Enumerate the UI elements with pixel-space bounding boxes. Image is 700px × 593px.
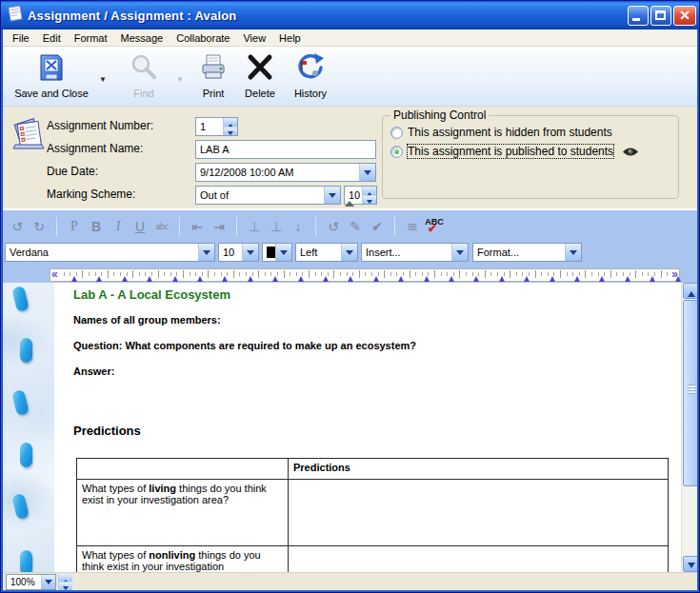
rotate-icon[interactable]: ↺ [324, 216, 343, 237]
menu-collaborate[interactable]: Collaborate [170, 30, 236, 46]
tab-stop-marker[interactable] [248, 273, 253, 282]
alignment-arrow[interactable] [341, 244, 357, 261]
marking-scheme-dropdown[interactable]: Out of [195, 186, 341, 205]
tab-stop-marker[interactable] [473, 273, 479, 282]
tab-stop-marker[interactable] [222, 273, 228, 282]
delete-button[interactable]: Delete [236, 50, 284, 104]
tab-stop-marker[interactable] [675, 273, 681, 282]
tab-stop-marker[interactable] [625, 273, 630, 282]
published-radio[interactable] [390, 146, 403, 158]
close-button[interactable]: ✕ [673, 6, 696, 26]
accept-edit-icon[interactable]: ✔ [368, 216, 387, 237]
menu-file[interactable]: File [6, 30, 36, 46]
tab-stop-marker[interactable] [323, 273, 329, 282]
undo-icon[interactable]: ↺ [8, 216, 27, 237]
minimize-button[interactable] [628, 6, 649, 26]
collapse-header-handle[interactable] [345, 201, 354, 207]
format-dropdown[interactable]: Format... [472, 243, 582, 262]
hidden-radio-label[interactable]: This assignment is hidden from students [408, 126, 612, 139]
font-family-dropdown[interactable]: Verdana [5, 243, 215, 262]
left-indent-marker[interactable]: « [51, 267, 58, 281]
text-color-arrow[interactable] [275, 244, 291, 261]
menu-message[interactable]: Message [114, 30, 170, 46]
document-editor[interactable]: Lab A - A Local Ecosystem Names of all g… [2, 283, 681, 572]
underline-icon[interactable]: U [130, 216, 150, 237]
find-options-caret[interactable]: ▼ [176, 75, 184, 84]
tab-stop-marker[interactable] [650, 273, 655, 282]
tab-stop-marker[interactable] [449, 273, 454, 282]
number-spin-down[interactable] [223, 127, 237, 136]
insert-down-icon[interactable]: ↓ [289, 216, 308, 237]
format-arrow[interactable] [565, 244, 581, 261]
number-spin-up[interactable] [223, 118, 237, 127]
formatting-toolbar: ↺↻PBIUabc⇤⇥⊥⊥↓↺✎✔≋ABC✔ [8, 214, 444, 239]
history-button[interactable]: History [286, 50, 335, 104]
tab-stop-marker[interactable] [499, 273, 505, 282]
font-size-arrow[interactable] [242, 244, 258, 261]
menu-edit[interactable]: Edit [36, 30, 68, 46]
tab-stop-marker[interactable] [424, 273, 430, 282]
hidden-radio[interactable] [390, 127, 403, 139]
points-spin-up[interactable] [362, 187, 376, 195]
tab-stop-marker[interactable] [272, 273, 278, 282]
marking-scheme-dropdown-arrow[interactable] [324, 187, 340, 204]
font-size-dropdown[interactable]: 10 [218, 243, 259, 262]
pencil-icon[interactable]: ✎ [346, 216, 365, 237]
tab-stop-marker[interactable] [550, 273, 555, 282]
zoom-spinner[interactable] [58, 574, 72, 591]
tab-stop-marker[interactable] [122, 273, 128, 282]
alignment-dropdown[interactable]: Left [295, 243, 358, 262]
paragraph-icon[interactable]: P [65, 216, 84, 237]
bold-icon[interactable]: B [87, 216, 106, 237]
tab-stop-marker[interactable] [373, 273, 379, 282]
indent-decrease-icon[interactable]: ⇤ [188, 216, 207, 237]
tab-stop-marker[interactable] [147, 273, 152, 282]
redo-icon[interactable]: ↻ [30, 216, 49, 237]
assignment-name-input[interactable] [200, 141, 375, 158]
menu-format[interactable]: Format [68, 30, 114, 46]
answer-cell[interactable] [289, 480, 669, 546]
menu-view[interactable]: View [236, 30, 272, 46]
tab-stop-marker[interactable] [599, 273, 605, 282]
points-spin-down[interactable] [362, 195, 376, 205]
zoom-spin-up[interactable] [58, 574, 72, 582]
assignment-number-spinner[interactable]: 1 [195, 117, 238, 136]
zoom-dropdown[interactable]: 100% [6, 574, 56, 590]
hanging-indent-icon[interactable]: ⊥ [267, 216, 286, 237]
tab-stop-marker[interactable] [524, 273, 530, 282]
print-button[interactable]: Print [192, 50, 234, 104]
tab-stop-icon[interactable]: ⊥ [245, 216, 264, 237]
published-radio-label[interactable]: This assignment is published to students [408, 145, 613, 158]
tab-stop-marker[interactable] [298, 273, 304, 282]
italic-icon[interactable]: I [109, 216, 128, 237]
tab-stop-marker[interactable] [348, 273, 353, 282]
save-options-caret[interactable]: ▼ [99, 75, 107, 84]
title-bar[interactable]: Assignment / Assignment : Avalon ✕ [1, 1, 700, 30]
spellcheck-icon[interactable]: ABC✔ [425, 216, 444, 237]
save-and-close-button[interactable]: Save and Close [6, 50, 97, 104]
text-color-dropdown[interactable] [262, 243, 292, 262]
find-button[interactable]: Find [116, 50, 171, 104]
due-date-dropdown[interactable]: 9/12/2008 10:00 AM [195, 163, 376, 182]
due-date-dropdown-arrow[interactable] [359, 164, 375, 181]
signature-icon[interactable]: ≋ [403, 216, 422, 237]
tab-stop-marker[interactable] [197, 273, 203, 282]
insert-arrow[interactable] [451, 244, 468, 261]
strikethrough-icon[interactable]: abc [152, 216, 171, 237]
zoom-spin-down[interactable] [58, 582, 72, 590]
tab-stop-marker[interactable] [96, 273, 102, 282]
answer-cell[interactable] [289, 546, 669, 573]
maximize-button[interactable] [650, 6, 671, 26]
font-family-arrow[interactable] [198, 244, 214, 261]
ruler[interactable]: « » [50, 268, 680, 282]
zoom-dropdown-arrow[interactable] [41, 575, 55, 589]
tab-stop-marker[interactable] [172, 273, 178, 282]
app-icon [7, 5, 24, 26]
tab-stop-marker[interactable] [71, 273, 77, 282]
tab-stop-marker[interactable] [574, 273, 580, 282]
tab-stop-marker[interactable] [398, 273, 404, 282]
binding-ring [20, 338, 32, 363]
insert-dropdown[interactable]: Insert... [361, 243, 469, 262]
menu-help[interactable]: Help [272, 30, 308, 46]
indent-increase-icon[interactable]: ⇥ [210, 216, 229, 237]
